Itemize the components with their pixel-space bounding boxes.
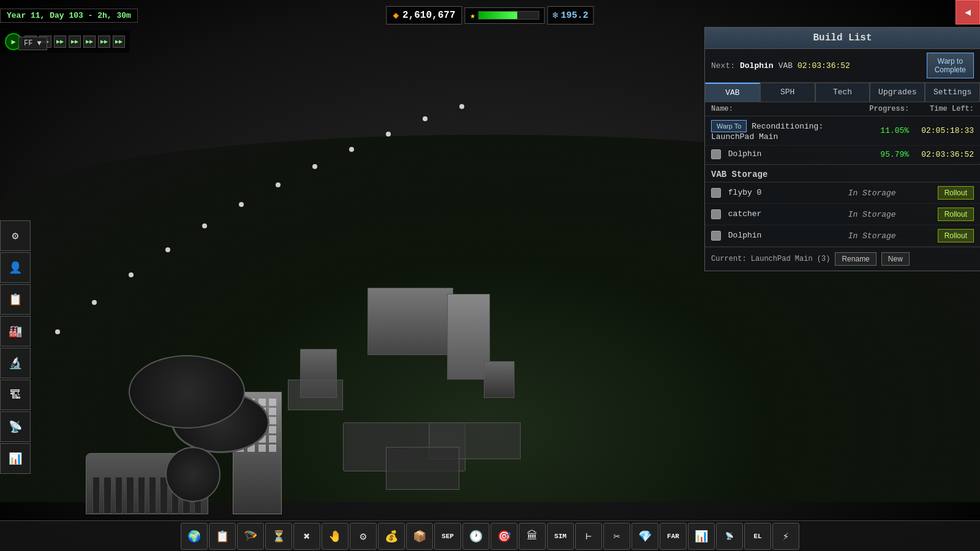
ship-icon bbox=[711, 188, 721, 198]
build-item-reconditioning: Warp To Reconditioning: LaunchPad Main bbox=[705, 116, 863, 146]
warp-to-button[interactable]: Warp To bbox=[711, 120, 747, 132]
panel-footer: Current: LaunchPad Main (3) Rename New bbox=[705, 247, 980, 271]
toolbar-time[interactable]: ⏳ bbox=[265, 523, 292, 550]
toolbar-close[interactable]: ✖ bbox=[293, 523, 320, 550]
build-item-dolphin-progress: 95.79% bbox=[863, 146, 915, 163]
storage-row: Dolphin In Storage Rollout bbox=[705, 225, 980, 247]
rep-bar-container bbox=[478, 11, 539, 20]
facility-button[interactable]: 🏭 bbox=[0, 316, 31, 347]
speed-btn-6[interactable]: ▶▶ bbox=[98, 36, 110, 48]
science-display: ❄ 195.2 bbox=[547, 6, 594, 24]
toolbar-scissors[interactable]: ✂ bbox=[603, 523, 630, 550]
toolbar-lightning[interactable]: ⚡ bbox=[772, 523, 799, 550]
build-item-dolphin-time: 02:03:36:52 bbox=[915, 146, 980, 163]
build-item-name-dolphin: Dolphin bbox=[728, 149, 762, 159]
table-row: Warp To Reconditioning: LaunchPad Main 1… bbox=[705, 116, 980, 146]
storage-action: Rollout bbox=[902, 182, 980, 204]
administration-button[interactable]: 🏗 bbox=[0, 380, 31, 410]
toolbar-parts[interactable]: 📦 bbox=[406, 523, 433, 550]
current-label: Current: LaunchPad Main (3) bbox=[711, 255, 830, 263]
rename-button[interactable]: Rename bbox=[835, 252, 876, 266]
speed-btn-4[interactable]: ▶▶ bbox=[69, 36, 81, 48]
build-item-dolphin: Dolphin bbox=[705, 146, 863, 163]
rollout-button-flyby[interactable]: Rollout bbox=[938, 186, 974, 200]
table-row: Dolphin 95.79% 02:03:36:52 bbox=[705, 146, 980, 163]
storage-item-name: flyby 0 bbox=[728, 188, 762, 197]
astronaut-button[interactable]: 👤 bbox=[0, 252, 31, 283]
tab-sph[interactable]: SPH bbox=[760, 83, 815, 102]
next-ship-name: Dolphin bbox=[740, 61, 774, 70]
stats-button[interactable]: 📊 bbox=[0, 443, 31, 474]
toolbar-sim[interactable]: SIM bbox=[547, 523, 574, 550]
toolbar-gear[interactable]: ⚙ bbox=[350, 523, 377, 550]
tab-tech[interactable]: Tech bbox=[815, 83, 870, 102]
storage-action-catcher: Rollout bbox=[902, 204, 980, 225]
building-3 bbox=[368, 288, 453, 355]
rollout-button-dolphin[interactable]: Rollout bbox=[938, 229, 974, 242]
funds-display: ◆ 2,610,677 bbox=[386, 6, 462, 24]
speed-btn-3[interactable]: ▶▶ bbox=[54, 36, 66, 48]
ff-dropdown-button[interactable]: FF ▼ bbox=[18, 37, 47, 50]
next-time: 02:03:36:52 bbox=[797, 61, 850, 70]
rep-icon: ★ bbox=[470, 10, 475, 21]
toolbar-chart[interactable]: 📊 bbox=[688, 523, 715, 550]
speed-btn-7[interactable]: ▶▶ bbox=[113, 36, 125, 48]
toolbar-far[interactable]: FAR bbox=[660, 523, 687, 550]
warp-to-complete-button[interactable]: Warp toComplete bbox=[927, 53, 974, 78]
toolbar-pipe[interactable]: ⊢ bbox=[575, 523, 602, 550]
storage-table: flyby 0 In Storage Rollout catcher In St… bbox=[705, 182, 980, 247]
close-button[interactable]: ◀ bbox=[956, 0, 980, 24]
toolbar-target[interactable]: 🎯 bbox=[491, 523, 518, 550]
toolbar-money[interactable]: 💰 bbox=[378, 523, 405, 550]
col-header-time: Time Left: bbox=[915, 102, 980, 116]
storage-row: catcher In Storage Rollout bbox=[705, 204, 980, 225]
ship-icon bbox=[711, 149, 721, 159]
storage-item-name-catcher: catcher bbox=[728, 209, 762, 219]
tab-settings[interactable]: Settings bbox=[925, 83, 980, 102]
building-2 bbox=[288, 380, 343, 410]
tab-upgrades[interactable]: Upgrades bbox=[870, 83, 925, 102]
storage-row: flyby 0 In Storage Rollout bbox=[705, 182, 980, 204]
build-item-progress: 11.05% bbox=[863, 116, 915, 146]
build-list-panel: Build List Next: Dolphin VAB 02:03:36:52… bbox=[704, 27, 980, 271]
toolbar-parachute[interactable]: 🪂 bbox=[237, 523, 264, 550]
new-button[interactable]: New bbox=[881, 252, 910, 266]
comms-button[interactable]: 📡 bbox=[0, 411, 31, 442]
storage-item-flyby: flyby 0 bbox=[705, 182, 805, 204]
tracking-button[interactable]: ⚙ bbox=[0, 220, 31, 251]
storage-status-dolphin: In Storage bbox=[805, 225, 902, 247]
storage-status-catcher: In Storage bbox=[805, 204, 902, 225]
reputation-bar: ★ bbox=[464, 7, 544, 24]
next-label: Next: bbox=[711, 61, 735, 70]
toolbar-gem[interactable]: 💎 bbox=[631, 523, 658, 550]
toolbar-settings2[interactable]: 📡 bbox=[716, 523, 743, 550]
time-display: Year 11, Day 103 - 2h, 30m bbox=[0, 9, 138, 23]
left-sidebar: ⚙ 👤 📋 🏭 🔬 🏗 📡 📊 bbox=[0, 220, 31, 474]
building-cluster bbox=[386, 447, 459, 490]
panel-title: Build List bbox=[705, 28, 980, 49]
rep-bar-fill bbox=[478, 12, 518, 19]
bottom-toolbar: 🌍 📋 🪂 ⏳ ✖ 🤚 ⚙ 💰 📦 SEP 🕐 🎯 🏛 SIM ⊢ ✂ 💎 FA… bbox=[0, 520, 980, 551]
storage-item-dolphin: Dolphin bbox=[705, 225, 805, 247]
funds-icon: ◆ bbox=[393, 9, 399, 21]
toolbar-clock[interactable]: 🕐 bbox=[462, 523, 489, 550]
missions-button[interactable]: 📋 bbox=[0, 284, 31, 315]
storage-item-name-dolphin: Dolphin bbox=[728, 231, 762, 240]
toolbar-monument[interactable]: 🏛 bbox=[519, 523, 546, 550]
funds-value: 2,610,677 bbox=[402, 10, 455, 21]
rollout-button-catcher[interactable]: Rollout bbox=[938, 208, 974, 221]
toolbar-el[interactable]: EL bbox=[744, 523, 771, 550]
tab-vab[interactable]: VAB bbox=[705, 83, 760, 102]
ship-icon bbox=[711, 231, 721, 241]
toolbar-globe[interactable]: 🌍 bbox=[181, 523, 208, 550]
research-button[interactable]: 🔬 bbox=[0, 348, 31, 378]
speed-btn-5[interactable]: ▶▶ bbox=[83, 36, 96, 48]
dome-small bbox=[165, 447, 221, 502]
build-table: Name: Progress: Time Left: Warp To Recon… bbox=[705, 102, 980, 163]
toolbar-missions[interactable]: 📋 bbox=[209, 523, 236, 550]
spaceplane-hangar-circular bbox=[129, 355, 245, 429]
toolbar-eva[interactable]: 🤚 bbox=[322, 523, 349, 550]
toolbar-sep[interactable]: SEP bbox=[434, 523, 461, 550]
science-icon: ❄ bbox=[552, 9, 559, 21]
storage-header: VAB Storage bbox=[705, 165, 980, 182]
